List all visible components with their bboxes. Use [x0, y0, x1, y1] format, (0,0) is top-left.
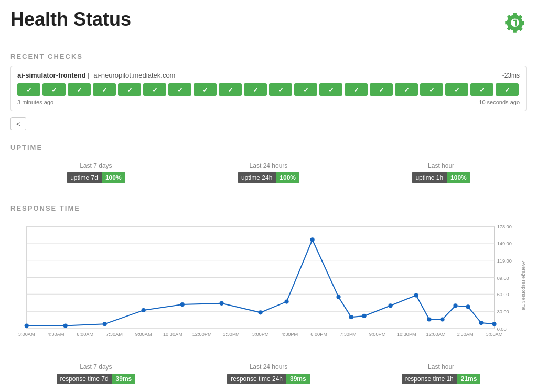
response-badge: response time 24h 39ms: [227, 374, 309, 384]
check-time-right: 10 seconds ago: [479, 99, 520, 105]
svg-text:6:00PM: 6:00PM: [310, 332, 327, 337]
check-timestamps: 3 minutes ago 10 seconds ago: [17, 99, 520, 105]
check-item-header: ai-simulator-frontend | ai-neuropilot.me…: [17, 71, 520, 79]
svg-text:7:30AM: 7:30AM: [106, 332, 123, 337]
check-box: ✓: [168, 83, 191, 96]
pagination-prev-button[interactable]: <: [10, 117, 26, 130]
response-badge: response time 7d 39ms: [57, 374, 136, 384]
svg-text:1:30AM: 1:30AM: [457, 332, 474, 337]
svg-text:Average response time: Average response time: [521, 261, 527, 311]
check-box: ✓: [143, 83, 166, 96]
svg-point-35: [466, 304, 470, 309]
response-item: Last 7 days response time 7d 39ms: [57, 363, 136, 384]
uptime-badge-value: 100%: [276, 172, 299, 183]
uptime-badge: uptime 7d 100%: [67, 172, 125, 183]
svg-point-20: [103, 322, 107, 326]
response-item: Last hour response time 1h 21ms: [402, 363, 481, 384]
svg-text:119.00: 119.00: [497, 258, 512, 264]
svg-text:149.00: 149.00: [497, 241, 512, 246]
svg-text:3:00PM: 3:00PM: [252, 332, 269, 337]
response-badge-value: 39ms: [286, 374, 310, 384]
uptime-badge-label: uptime 7d: [67, 172, 102, 183]
check-item-separator: |: [88, 71, 91, 79]
uptime-item: Last hour uptime 1h 100%: [412, 162, 470, 183]
svg-text:3:00AM: 3:00AM: [18, 332, 35, 337]
recent-checks-section: RECENT CHECKS ai-simulator-frontend | ai…: [10, 46, 527, 130]
check-box: ✓: [194, 83, 217, 96]
response-period: Last 7 days: [57, 363, 136, 371]
uptime-title: UPTIME: [10, 144, 527, 151]
check-item: ai-simulator-frontend | ai-neuropilot.me…: [10, 66, 527, 111]
check-box: ✓: [68, 83, 91, 96]
uptime-period: Last hour: [412, 162, 470, 169]
svg-text:30.00: 30.00: [497, 309, 509, 314]
svg-point-28: [349, 315, 353, 319]
check-box: ✓: [93, 83, 116, 96]
svg-point-32: [427, 317, 431, 321]
check-box: ✓: [219, 83, 242, 96]
check-box: ✓: [319, 83, 342, 96]
svg-point-25: [284, 299, 288, 303]
svg-text:3:00AM: 3:00AM: [486, 332, 503, 337]
check-box: ✓: [370, 83, 393, 96]
response-badge-label: response time 7d: [57, 374, 112, 384]
gear-plus-icon[interactable]: [499, 8, 527, 37]
check-box: ✓: [294, 83, 317, 96]
check-box: ✓: [420, 83, 443, 96]
uptime-badge-value: 100%: [447, 172, 470, 183]
svg-point-22: [180, 302, 185, 307]
svg-text:0.00: 0.00: [497, 326, 507, 332]
response-period: Last 24 hours: [227, 363, 309, 371]
svg-point-30: [388, 303, 392, 308]
svg-point-37: [492, 322, 496, 326]
response-period: Last hour: [402, 363, 481, 371]
uptime-item: Last 7 days uptime 7d 100%: [67, 162, 125, 183]
svg-point-34: [453, 303, 457, 308]
uptime-badge-label: uptime 1h: [412, 172, 447, 183]
response-badge-value: 21ms: [457, 374, 481, 384]
check-box: ✓: [17, 83, 40, 96]
svg-point-31: [414, 293, 418, 297]
response-badge-label: response time 24h: [227, 374, 286, 384]
svg-point-26: [310, 237, 315, 242]
svg-point-33: [440, 317, 444, 321]
page-title: Health Status: [10, 8, 131, 30]
chart-svg: 178.00149.00119.0089.0060.0030.000.003:0…: [10, 217, 527, 354]
response-badge: response time 1h 21ms: [402, 374, 481, 384]
uptime-period: Last 7 days: [67, 162, 125, 169]
check-box: ✓: [470, 83, 493, 96]
check-time-left: 3 minutes ago: [17, 99, 53, 105]
page-header: Health Status: [10, 8, 527, 37]
svg-text:7:30PM: 7:30PM: [340, 332, 357, 337]
response-badge-value: 39ms: [112, 374, 136, 384]
uptime-section: UPTIME Last 7 days uptime 7d 100% Last 2…: [10, 137, 527, 191]
check-box: ✓: [395, 83, 418, 96]
svg-point-27: [336, 295, 340, 299]
svg-text:178.00: 178.00: [497, 224, 512, 230]
uptime-grid: Last 7 days uptime 7d 100% Last 24 hours…: [10, 157, 527, 191]
check-item-url: ai-neuropilot.mediatek.com: [93, 71, 175, 79]
svg-point-29: [362, 314, 366, 318]
svg-point-21: [142, 308, 146, 312]
check-item-latency: ~23ms: [501, 72, 520, 79]
check-box: ✓: [118, 83, 141, 96]
svg-text:60.00: 60.00: [497, 292, 509, 297]
check-box: ✓: [496, 83, 519, 96]
uptime-badge-value: 100%: [102, 172, 125, 183]
svg-text:6:00AM: 6:00AM: [77, 332, 93, 337]
svg-text:9:00PM: 9:00PM: [369, 332, 386, 337]
svg-rect-2: [515, 20, 517, 26]
svg-point-24: [259, 310, 263, 314]
svg-text:89.00: 89.00: [497, 276, 509, 281]
uptime-item: Last 24 hours uptime 24h 100%: [238, 162, 299, 183]
uptime-period: Last 24 hours: [238, 162, 299, 169]
response-time-section: RESPONSE TIME 178.00149.00119.0089.0060.…: [10, 198, 527, 387]
svg-text:9:00AM: 9:00AM: [135, 332, 152, 337]
check-box: ✓: [445, 83, 468, 96]
svg-point-18: [25, 323, 29, 328]
svg-point-36: [479, 321, 483, 325]
check-box: ✓: [42, 83, 66, 96]
svg-text:4:30PM: 4:30PM: [281, 332, 298, 337]
svg-text:12:00AM: 12:00AM: [426, 332, 446, 337]
response-time-title: RESPONSE TIME: [10, 204, 527, 212]
